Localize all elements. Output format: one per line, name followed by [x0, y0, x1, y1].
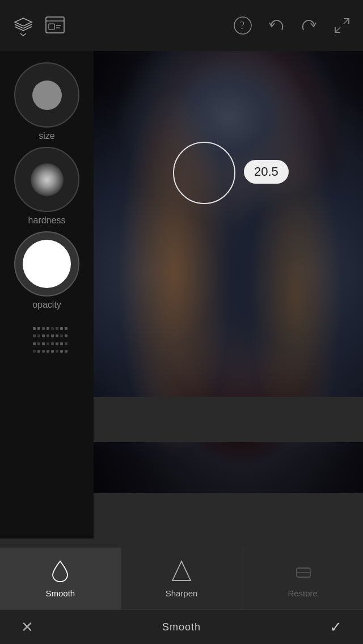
- sharpen-tab-label: Sharpen: [166, 588, 198, 598]
- dot: [65, 342, 67, 345]
- dot: [60, 327, 63, 330]
- dot: [51, 350, 54, 353]
- confirm-button[interactable]: ✓: [324, 616, 347, 638]
- svg-line-8: [344, 19, 349, 24]
- dot: [37, 350, 40, 353]
- size-circle[interactable]: [14, 62, 79, 128]
- help-button[interactable]: ?: [233, 15, 253, 36]
- dot: [47, 327, 49, 330]
- size-label: size: [39, 131, 54, 141]
- dot: [37, 334, 40, 337]
- tab-restore[interactable]: Restore: [242, 548, 363, 609]
- toolbar-left: [11, 14, 66, 37]
- svg-line-9: [335, 27, 340, 32]
- undo-button[interactable]: [267, 16, 286, 35]
- opacity-label: opacity: [32, 300, 61, 310]
- frame-button[interactable]: [44, 15, 66, 36]
- dot: [65, 327, 67, 330]
- dot: [42, 334, 45, 337]
- restore-tab-label: Restore: [288, 588, 318, 598]
- redo-button[interactable]: [299, 16, 319, 35]
- opacity-inner-circle: [23, 240, 71, 288]
- hardness-control: hardness: [0, 147, 94, 226]
- left-panel: size hardness opacity: [0, 51, 94, 539]
- dot: [60, 334, 63, 337]
- tab-sharpen[interactable]: Sharpen: [121, 548, 243, 609]
- size-inner-circle: [32, 80, 62, 110]
- dot: [56, 350, 58, 353]
- dot: [56, 327, 58, 330]
- hardness-label: hardness: [28, 215, 66, 226]
- dot: [37, 327, 40, 330]
- dot: [65, 334, 67, 337]
- tab-smooth[interactable]: Smooth: [0, 548, 121, 609]
- dot: [42, 350, 45, 353]
- hardness-inner-circle: [31, 163, 64, 196]
- svg-text:?: ?: [240, 20, 244, 31]
- main-area: 20.5 size hardness opacity: [0, 51, 363, 539]
- size-control: size: [0, 62, 94, 141]
- top-toolbar: ?: [0, 0, 363, 51]
- dot: [42, 327, 45, 330]
- svg-marker-10: [172, 561, 191, 581]
- dot: [56, 334, 58, 337]
- svg-marker-0: [15, 18, 32, 26]
- toolbar-right: ?: [233, 15, 352, 36]
- tool-tabs: Smooth Sharpen Restore: [0, 548, 363, 644]
- opacity-circle[interactable]: [14, 231, 79, 296]
- layers-button[interactable]: [11, 14, 35, 37]
- dot: [47, 342, 49, 345]
- smooth-icon: [49, 559, 71, 584]
- restore-icon: [292, 559, 314, 584]
- dot: [33, 334, 36, 337]
- expand-button[interactable]: [332, 16, 352, 35]
- sharpen-icon: [171, 559, 192, 584]
- dot: [51, 342, 54, 345]
- dot: [56, 342, 58, 345]
- dot: [37, 342, 40, 345]
- smooth-tab-label: Smooth: [45, 588, 75, 598]
- dot: [51, 327, 54, 330]
- dot: [60, 350, 63, 353]
- dot: [47, 334, 49, 337]
- brush-value-bubble: 20.5: [244, 160, 289, 184]
- dot: [65, 350, 67, 353]
- svg-rect-3: [49, 24, 54, 29]
- tabs-row: Smooth Sharpen Restore: [0, 548, 363, 610]
- opacity-control: opacity: [0, 231, 94, 310]
- dot: [33, 350, 36, 353]
- hardness-circle[interactable]: [14, 147, 79, 212]
- dot: [33, 327, 36, 330]
- action-title: Smooth: [39, 621, 324, 633]
- dot: [51, 334, 54, 337]
- dot: [60, 342, 63, 345]
- brush-pattern-selector[interactable]: [27, 321, 67, 361]
- dot: [47, 350, 49, 353]
- dot: [33, 342, 36, 345]
- action-bar: ✕ Smooth ✓: [0, 610, 363, 644]
- dot: [42, 342, 45, 345]
- cancel-button[interactable]: ✕: [16, 616, 39, 638]
